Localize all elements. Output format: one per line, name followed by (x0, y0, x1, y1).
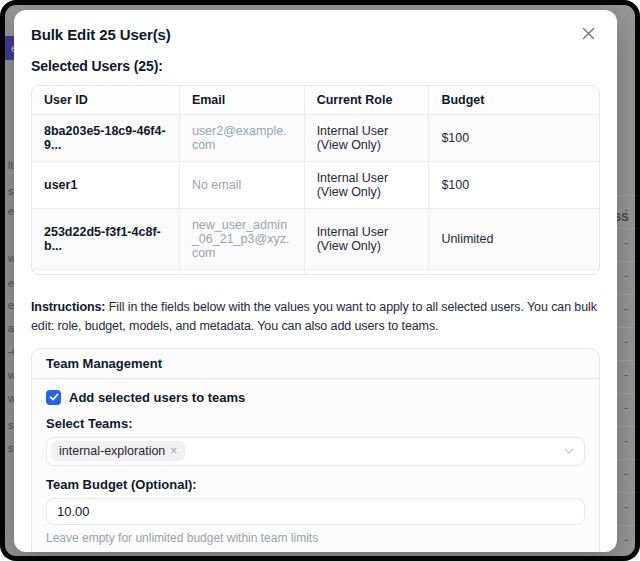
bulk-edit-modal: Bulk Edit 25 User(s) Selected Users (25)… (14, 10, 617, 552)
team-budget-input[interactable] (46, 498, 585, 525)
column-header: Current Role (304, 86, 429, 115)
add-users-to-teams-checkbox-row[interactable]: Add selected users to teams (46, 390, 585, 405)
checkbox-checked-icon[interactable] (46, 390, 61, 405)
modal-header: Bulk Edit 25 User(s) (31, 26, 600, 43)
modal-title: Bulk Edit 25 User(s) (31, 26, 171, 43)
team-tag-label: internal-exploration (59, 444, 165, 458)
selected-users-table[interactable]: User IDEmailCurrent RoleBudget 8ba203e5-… (31, 85, 600, 275)
teams-multiselect[interactable]: internal-exploration × (46, 437, 585, 466)
cell-email: new_user_admin_06_21_p3@xyz.com (179, 209, 304, 270)
team-management-section: Team Management Add selected users to te… (31, 348, 600, 552)
background-row-dash: - (624, 203, 628, 215)
cell-email: user2@example.com (179, 115, 304, 162)
background-row-dash: - (624, 467, 628, 479)
close-button[interactable] (579, 24, 598, 43)
cell-user-id: 253d22d5-f3f1-4c8f-b... (32, 209, 179, 270)
background-row-dash: - (624, 533, 628, 545)
team-management-body: Add selected users to teams Select Teams… (32, 379, 599, 552)
background-row-dash: - (624, 302, 628, 314)
close-icon (581, 26, 596, 41)
background-row-dash: - (624, 335, 628, 347)
cell-role: Internal User (View Only) (304, 162, 429, 209)
team-management-title: Team Management (32, 349, 599, 379)
background-row-dash: - (624, 401, 628, 413)
table-row[interactable]: user1No emailInternal User (View Only)$1… (32, 162, 599, 209)
cell-budget: $100 (429, 115, 599, 162)
cell-role: Internal User (View Only) (304, 209, 429, 270)
background-row-dash: - (624, 236, 628, 248)
cell-email: No email (179, 162, 304, 209)
table-header-row: User IDEmailCurrent RoleBudget (32, 86, 599, 115)
column-header: Budget (429, 86, 599, 115)
background-row-dash: - (624, 269, 628, 281)
background-row-dash: - (624, 368, 628, 380)
chevron-down-icon (563, 445, 575, 457)
table-row[interactable]: 253d22d5-f3f1-4c8f-b...new_user_admin_06… (32, 209, 599, 270)
select-teams-label: Select Teams: (46, 416, 585, 431)
background-fragment: lt (8, 159, 14, 171)
table-row[interactable]: 8ba203e5-18c9-46f4-9...user2@example.com… (32, 115, 599, 162)
window-frame: e ltseerweear-qwwstst SS ----------- Bul… (0, 0, 640, 561)
column-header: Email (179, 86, 304, 115)
instructions-text: Instructions: Fill in the fields below w… (31, 298, 600, 337)
selected-team-tag: internal-exploration × (51, 441, 185, 461)
cell-email: inter (179, 270, 304, 276)
team-budget-label: Team Budget (Optional): (46, 477, 585, 492)
cell-user-id: 5dbd2335-cdd6-47ca-b... (32, 270, 179, 276)
cell-user-id: 8ba203e5-18c9-46f4-9... (32, 115, 179, 162)
instructions-body: Fill in the fields below with the values… (31, 300, 597, 333)
cell-budget: $100 (429, 162, 599, 209)
column-header: User ID (32, 86, 179, 115)
cell-budget: Unlimited (429, 270, 599, 276)
cell-budget: Unlimited (429, 209, 599, 270)
remove-tag-icon[interactable]: × (170, 444, 177, 458)
cell-user-id: user1 (32, 162, 179, 209)
cell-role: Internal User (View Only) (304, 270, 429, 276)
instructions-label: Instructions: (31, 300, 105, 314)
cell-role: Internal User (View Only) (304, 115, 429, 162)
checkbox-label: Add selected users to teams (69, 390, 245, 405)
background-row-dash: - (624, 500, 628, 512)
budget-helper-text: Leave empty for unlimited budget within … (46, 531, 585, 545)
selected-users-label: Selected Users (25): (31, 58, 600, 74)
background-row-dash: - (624, 434, 628, 446)
table-row[interactable]: 5dbd2335-cdd6-47ca-b...interInternal Use… (32, 270, 599, 276)
